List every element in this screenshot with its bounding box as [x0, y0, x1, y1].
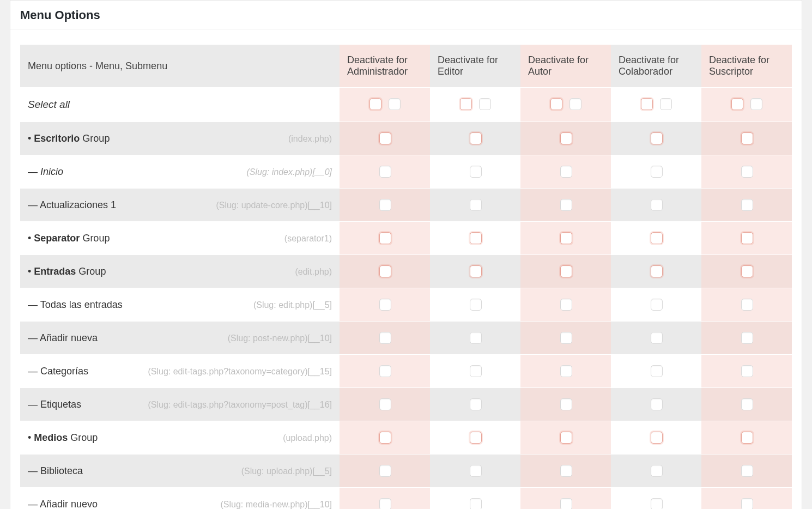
checkbox-todas-entradas-administrador[interactable] [379, 299, 391, 311]
checkbox-entradas-colaborador[interactable] [651, 265, 663, 277]
checkbox-entradas-administrador[interactable] [379, 265, 391, 277]
table-row-actualizaciones: — Actualizaciones 1(Slug: update-core.ph… [20, 189, 792, 222]
checkbox-entradas-editor[interactable] [470, 265, 482, 277]
row-label: — Añadir nuevo [28, 499, 98, 510]
checkbox-etiquetas-autor[interactable] [560, 398, 572, 410]
checkbox-categorias-suscriptor[interactable] [741, 365, 753, 377]
checkbox-entradas-suscriptor[interactable] [741, 265, 753, 277]
checkbox-actualizaciones-colaborador[interactable] [651, 199, 663, 211]
checkbox-inicio-colaborador[interactable] [651, 166, 663, 178]
checkbox-escritorio-colaborador[interactable] [651, 132, 663, 144]
checkbox-categorias-colaborador[interactable] [651, 365, 663, 377]
checkbox-todas-entradas-editor[interactable] [470, 299, 482, 311]
checkbox-actualizaciones-editor[interactable] [470, 199, 482, 211]
select-all-group-checkbox-administrador[interactable] [369, 98, 381, 110]
checkbox-todas-entradas-autor[interactable] [560, 299, 572, 311]
select-all-group-checkbox-colaborador[interactable] [641, 98, 653, 110]
select-all-label: Select all [28, 99, 70, 110]
checkbox-escritorio-editor[interactable] [470, 132, 482, 144]
checkbox-medios-autor[interactable] [560, 432, 572, 444]
select-all-group-checkbox-editor[interactable] [460, 98, 472, 110]
checkbox-etiquetas-suscriptor[interactable] [741, 398, 753, 410]
checkbox-biblioteca-editor[interactable] [470, 465, 482, 477]
row-slug: (Slug: post-new.php)[__10] [228, 334, 332, 343]
row-slug: (separator1) [284, 234, 332, 244]
table-row-categorias: — Categorías(Slug: edit-tags.php?taxonom… [20, 355, 792, 388]
checkbox-anadir-nueva-suscriptor[interactable] [741, 332, 753, 344]
checkbox-biblioteca-suscriptor[interactable] [741, 465, 753, 477]
col-header-role-suscriptor: Deactivate forSuscriptor [701, 45, 792, 88]
checkbox-medios-administrador[interactable] [379, 432, 391, 444]
row-slug: (Slug: media-new.php)[__10] [220, 500, 332, 510]
checkbox-anadir-nuevo-suscriptor[interactable] [741, 498, 753, 509]
checkbox-inicio-administrador[interactable] [379, 166, 391, 178]
checkbox-categorias-administrador[interactable] [379, 365, 391, 377]
checkbox-biblioteca-administrador[interactable] [379, 465, 391, 477]
select-all-sub-checkbox-administrador[interactable] [389, 98, 401, 110]
checkbox-medios-suscriptor[interactable] [741, 432, 753, 444]
select-all-cell-colaborador [611, 88, 701, 122]
checkbox-etiquetas-editor[interactable] [470, 398, 482, 410]
checkbox-escritorio-suscriptor[interactable] [741, 132, 753, 144]
select-all-group-checkbox-suscriptor[interactable] [731, 98, 743, 110]
select-all-sub-checkbox-editor[interactable] [479, 98, 491, 110]
table-row-escritorio: • Escritorio Group(index.php) [20, 122, 792, 155]
checkbox-medios-editor[interactable] [470, 432, 482, 444]
table-row-anadir-nueva: — Añadir nueva(Slug: post-new.php)[__10] [20, 322, 792, 355]
checkbox-actualizaciones-autor[interactable] [560, 199, 572, 211]
col-header-role-colaborador: Deactivate forColaborador [611, 45, 701, 88]
checkbox-anadir-nuevo-editor[interactable] [470, 498, 482, 509]
checkbox-categorias-autor[interactable] [560, 365, 572, 377]
checkbox-biblioteca-colaborador[interactable] [651, 465, 663, 477]
col-header-menu: Menu options - Menu, Submenu [20, 45, 340, 88]
row-label: • Entradas Group [28, 266, 106, 277]
menu-options-card: Menu Options Menu options - Menu, Submen… [10, 0, 802, 509]
checkbox-categorias-editor[interactable] [470, 365, 482, 377]
table-row-todas-entradas: — Todas las entradas(Slug: edit.php)[__5… [20, 288, 792, 322]
page-title: Menu Options [20, 8, 792, 22]
checkbox-anadir-nueva-autor[interactable] [560, 332, 572, 344]
checkbox-actualizaciones-suscriptor[interactable] [741, 199, 753, 211]
row-slug: (Slug: index.php)[__0] [246, 167, 332, 177]
row-slug: (edit.php) [295, 267, 332, 277]
checkbox-inicio-autor[interactable] [560, 166, 572, 178]
checkbox-separator-colaborador[interactable] [651, 232, 663, 244]
row-label: — Inicio [28, 166, 63, 178]
checkbox-anadir-nuevo-colaborador[interactable] [651, 498, 663, 509]
select-all-sub-checkbox-colaborador[interactable] [660, 98, 672, 110]
row-slug: (Slug: edit-tags.php?taxonomy=category)[… [148, 367, 332, 377]
checkbox-anadir-nueva-colaborador[interactable] [651, 332, 663, 344]
select-all-group-checkbox-autor[interactable] [550, 98, 562, 110]
checkbox-separator-administrador[interactable] [379, 232, 391, 244]
row-slug: (Slug: edit-tags.php?taxonomy=post_tag)[… [148, 400, 332, 410]
checkbox-anadir-nueva-administrador[interactable] [379, 332, 391, 344]
table-row-separator: • Separator Group(separator1) [20, 222, 792, 255]
checkbox-inicio-editor[interactable] [470, 166, 482, 178]
row-slug: (index.php) [288, 134, 332, 144]
checkbox-separator-suscriptor[interactable] [741, 232, 753, 244]
select-all-sub-checkbox-autor[interactable] [569, 98, 581, 110]
checkbox-biblioteca-autor[interactable] [560, 465, 572, 477]
checkbox-anadir-nuevo-autor[interactable] [560, 498, 572, 509]
checkbox-escritorio-autor[interactable] [560, 132, 572, 144]
table-row-medios: • Medios Group(upload.php) [20, 421, 792, 455]
checkbox-entradas-autor[interactable] [560, 265, 572, 277]
table-row-etiquetas: — Etiquetas(Slug: edit-tags.php?taxonomy… [20, 388, 792, 421]
checkbox-anadir-nuevo-administrador[interactable] [379, 498, 391, 509]
checkbox-separator-autor[interactable] [560, 232, 572, 244]
table-row-biblioteca: — Biblioteca(Slug: upload.php)[__5] [20, 455, 792, 488]
checkbox-etiquetas-colaborador[interactable] [651, 398, 663, 410]
row-slug: (Slug: update-core.php)[__10] [216, 201, 332, 210]
checkbox-inicio-suscriptor[interactable] [741, 166, 753, 178]
checkbox-actualizaciones-administrador[interactable] [379, 199, 391, 211]
checkbox-etiquetas-administrador[interactable] [379, 398, 391, 410]
checkbox-anadir-nueva-editor[interactable] [470, 332, 482, 344]
row-label: — Biblioteca [28, 465, 83, 477]
checkbox-separator-editor[interactable] [470, 232, 482, 244]
select-all-sub-checkbox-suscriptor[interactable] [750, 98, 762, 110]
checkbox-todas-entradas-colaborador[interactable] [651, 299, 663, 311]
checkbox-medios-colaborador[interactable] [651, 432, 663, 444]
checkbox-escritorio-administrador[interactable] [379, 132, 391, 144]
checkbox-todas-entradas-suscriptor[interactable] [741, 299, 753, 311]
select-all-cell-administrador [340, 88, 430, 122]
